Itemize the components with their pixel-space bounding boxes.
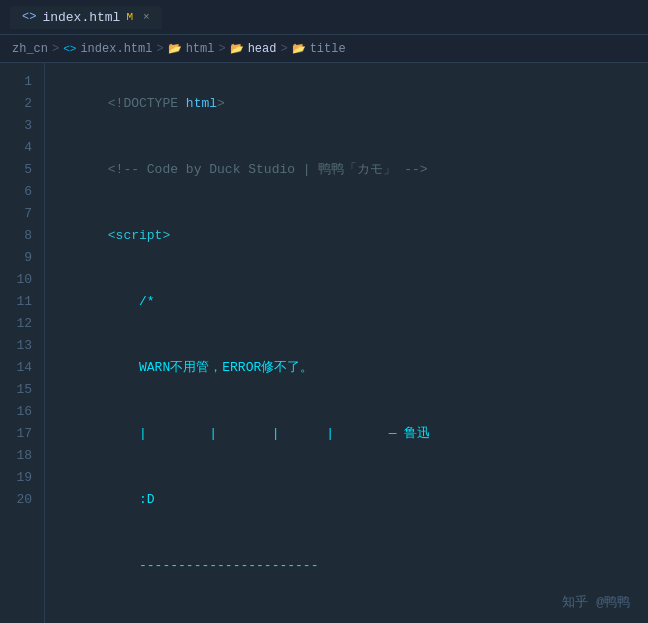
breadcrumb-title-icon: 📂 xyxy=(292,42,306,55)
code-area: 1 2 3 4 5 6 7 8 9 10 11 12 13 14 15 16 1… xyxy=(0,63,648,623)
breadcrumb-html: html xyxy=(186,42,215,56)
code-line-5: WARN不用管，ERROR修不了。 xyxy=(61,335,648,401)
line-num-20: 20 xyxy=(0,489,44,511)
breadcrumb-zh-cn: zh_cn xyxy=(12,42,48,56)
line-num-2: 2 xyxy=(0,93,44,115)
tab-code-icon: <> xyxy=(22,10,36,24)
line-num-12: 12 xyxy=(0,313,44,335)
line-num-11: 11 xyxy=(0,291,44,313)
code-content[interactable]: <!DOCTYPE html> <!-- Code by Duck Studio… xyxy=(45,63,648,623)
line-numbers: 1 2 3 4 5 6 7 8 9 10 11 12 13 14 15 16 1… xyxy=(0,63,45,623)
code-line-1: <!DOCTYPE html> xyxy=(61,71,648,137)
breadcrumb-code-icon-1: <> xyxy=(63,43,76,55)
breadcrumb-head-icon: 📂 xyxy=(230,42,244,55)
breadcrumb-html-icon: 📂 xyxy=(168,42,182,55)
line-num-17: 17 xyxy=(0,423,44,445)
watermark: 知乎 @鸭鸭 xyxy=(562,593,630,611)
breadcrumb-title: title xyxy=(310,42,346,56)
code-line-4: /* xyxy=(61,269,648,335)
breadcrumb-sep-3: > xyxy=(218,42,225,56)
line-num-9: 9 xyxy=(0,247,44,269)
line-num-16: 16 xyxy=(0,401,44,423)
line-num-15: 15 xyxy=(0,379,44,401)
code-line-6: | | | | — 鲁迅 xyxy=(61,401,648,467)
line-num-6: 6 xyxy=(0,181,44,203)
title-bar: <> index.html M × xyxy=(0,0,648,35)
line-num-5: 5 xyxy=(0,159,44,181)
tab-modified-indicator: M xyxy=(126,11,133,23)
line-num-18: 18 xyxy=(0,445,44,467)
code-line-9: 放只小猫: xyxy=(61,599,648,623)
breadcrumb-sep-2: > xyxy=(156,42,163,56)
code-line-8: ----------------------- xyxy=(61,533,648,599)
line-num-10: 10 xyxy=(0,269,44,291)
breadcrumb-head: head xyxy=(248,42,277,56)
breadcrumb-sep-4: > xyxy=(280,42,287,56)
breadcrumb-filename: index.html xyxy=(80,42,152,56)
tab-filename: index.html xyxy=(42,10,120,25)
line-num-14: 14 xyxy=(0,357,44,379)
line-num-4: 4 xyxy=(0,137,44,159)
breadcrumb-sep-1: > xyxy=(52,42,59,56)
line-num-8: 8 xyxy=(0,225,44,247)
line-num-7: 7 xyxy=(0,203,44,225)
breadcrumb: zh_cn > <> index.html > 📂 html > 📂 head … xyxy=(0,35,648,63)
line-num-19: 19 xyxy=(0,467,44,489)
code-line-7: :D xyxy=(61,467,648,533)
line-num-3: 3 xyxy=(0,115,44,137)
line-num-1: 1 xyxy=(0,71,44,93)
tab-close-button[interactable]: × xyxy=(143,11,150,23)
code-line-2: <!-- Code by Duck Studio | 鸭鸭「カモ」 --> xyxy=(61,137,648,203)
line-num-13: 13 xyxy=(0,335,44,357)
code-line-3: <script> xyxy=(61,203,648,269)
tab[interactable]: <> index.html M × xyxy=(10,6,162,29)
